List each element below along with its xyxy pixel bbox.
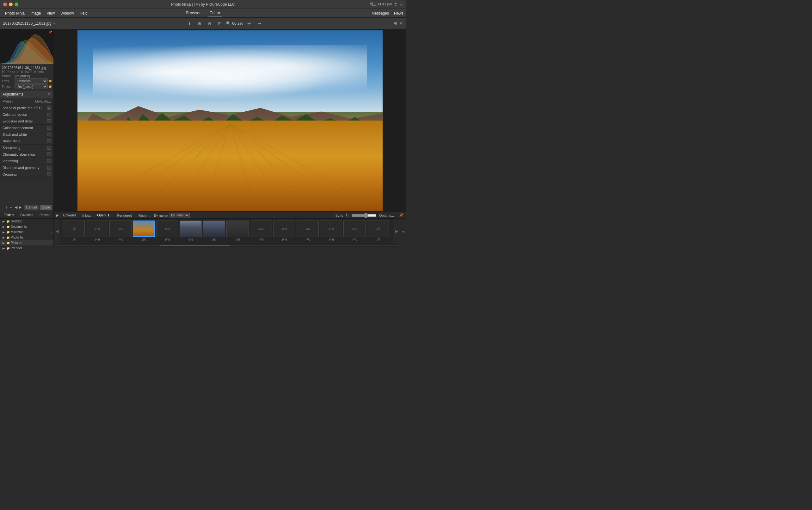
sidebar-tab-folders[interactable]: Folders [0,212,18,218]
film-item-9[interactable]: .png .png [273,221,295,242]
scroll-arrows[interactable]: ▲▼ [395,2,397,7]
adj-exposure-detail[interactable]: Exposure and detail [0,118,54,125]
maximize-button[interactable] [14,3,18,6]
sidebar-item-photoninja[interactable]: ▶ 📁 Photo Ni... [0,235,54,240]
adjustments-gear-icon[interactable]: ⚙ [48,92,51,96]
adj-color-correction-checkbox[interactable] [47,113,51,116]
focus-select[interactable]: 2m (guess) [14,84,48,89]
redo-button[interactable]: ↪ [255,20,263,27]
adj-color-profile[interactable]: Set color profile for JPEG ✓ [0,105,54,111]
sidebar-item-documents[interactable]: ▶ 📁 Documents [0,224,54,229]
messages-link[interactable]: Messages [371,11,389,16]
news-link[interactable]: News [394,11,403,16]
filename-dropdown-icon[interactable]: ▼ [53,22,56,25]
film-item-4[interactable]: .png .png [156,221,178,242]
sidebar-toggle-icon[interactable]: ▶ [56,214,59,217]
adj-cropping[interactable]: Cropping [0,171,54,178]
info-button[interactable]: ℹ [186,20,193,27]
fs-tab-inbox[interactable]: Inbox [80,213,93,218]
menu-icon[interactable]: ☰ [400,2,403,6]
zoom-slider[interactable] [351,213,377,218]
film-item-2[interactable]: .png .png [110,221,131,242]
menu-item-photoninja[interactable]: Photo Ninja [3,10,27,16]
filmstrip-prev-button[interactable]: ◀ [54,219,60,244]
film-item-8[interactable]: .png .png [250,221,272,242]
adj-sharpening-checkbox[interactable] [47,146,51,150]
film-item-6[interactable]: .jpg [203,221,225,242]
adj-black-white-checkbox[interactable] [47,133,51,136]
adj-noise-ninja-checkbox[interactable] [47,139,51,143]
scroll-handle-icon[interactable]: ≡ [51,231,52,234]
defaults-button[interactable]: Defaults... [35,100,51,103]
film-item-10[interactable]: .png .png [297,221,319,242]
menu-item-view[interactable]: View [44,10,57,16]
fs-tab-open[interactable]: Open [1] [95,213,112,218]
zoom-in-button[interactable]: ⊕ [196,20,203,27]
menu-right: Messages News [371,11,403,16]
preset-button[interactable]: Preset... [3,100,16,103]
left-right-button[interactable]: ↔ [9,204,13,211]
scrollbar-thumb[interactable] [160,245,230,246]
sort-select[interactable]: By name By date [169,213,190,218]
undo-button[interactable]: ↩ [245,20,253,27]
menu-item-help[interactable]: Help [77,10,90,16]
done-button[interactable]: Done [40,205,52,210]
sidebar-item-desktop[interactable]: ▶ 📁 Desktop [0,219,54,224]
fs-tab-browser[interactable]: Browser [61,213,78,218]
filmstrip-next-button[interactable]: ▶ [393,219,400,244]
film-item-12[interactable]: .png .png [343,221,365,242]
adjustments-header[interactable]: Adjustments ⚙ [0,91,54,98]
tab-editor[interactable]: Editor [208,10,222,17]
close-button[interactable] [3,3,7,6]
sidebar-item-pictures[interactable]: ▶ 📁 Pictures [0,240,54,246]
adj-distortion-checkbox[interactable] [47,166,51,170]
adj-color-enhancement[interactable]: Color enhancement [0,125,54,131]
adj-noise-ninja[interactable]: Noise Ninja [0,138,54,145]
film-item-1[interactable]: .png .png [86,221,108,242]
filmstrip-pin-icon[interactable]: 📌 [399,213,403,217]
sidebar-item-preboot[interactable]: ▶ 📁 Preboot [0,246,54,251]
tab-browser[interactable]: Browser [184,10,202,17]
fs-tab-recent[interactable]: Recent [137,213,151,218]
adj-distortion[interactable]: Distortion and geometry [0,165,54,171]
double-down-button[interactable]: ⇓ [5,204,8,211]
sync-icon[interactable]: ↻ [345,213,349,218]
adj-exposure-checkbox[interactable] [47,119,51,123]
cancel-button[interactable]: Cancel [24,205,38,210]
minimize-button[interactable] [9,3,13,6]
adj-vignetting[interactable]: Vignetting [0,158,54,165]
adj-black-white[interactable]: Black and white [0,131,54,138]
adj-color-enhancement-checkbox[interactable] [47,126,51,130]
adj-color-correction[interactable]: Color correction [0,111,54,118]
options-button[interactable]: Options... [379,214,394,217]
adj-chromatic-checkbox[interactable] [47,152,51,156]
adj-chromatic[interactable]: Chromatic aberration [0,151,54,158]
film-item-3-selected[interactable]: .jpg [133,221,155,242]
grid-view-button[interactable]: ⊞ [393,21,397,26]
adj-vignetting-checkbox[interactable] [47,159,51,163]
fs-tab-rendered[interactable]: Rendered [115,213,134,218]
close-view-button[interactable]: ✕ [399,21,403,26]
adj-cropping-checkbox[interactable] [47,172,51,176]
filmstrip-right-pin[interactable]: ◀ [400,219,406,244]
lens-select[interactable]: Unknown [14,79,48,84]
sidebar-item-macintos[interactable]: ▶ 📁 Macintos... ≡ [0,229,54,235]
adj-vignetting-label: Vignetting [3,159,18,163]
menu-item-window[interactable]: Window [58,10,77,16]
film-item-13[interactable]: .gif .gif [367,221,389,242]
down-arrow-button[interactable]: ↓ [2,204,4,211]
film-item-11[interactable]: .png .png [320,221,342,242]
sidebar-tab-favorites[interactable]: Favorites [18,212,35,218]
sidebar-tab-recent[interactable]: Recent [36,212,54,218]
menu-item-image[interactable]: Image [28,10,43,16]
pin-icon[interactable]: 📌 [49,30,52,34]
film-item-5[interactable]: .jpg [180,221,202,242]
film-item-0[interactable]: .gif .gif [63,221,85,242]
film-item-7[interactable]: .jpg [227,221,248,242]
adj-color-profile-checkbox[interactable]: ✓ [47,106,51,110]
next-button[interactable]: ▶ [19,204,22,211]
adj-sharpening[interactable]: Sharpening [0,145,54,151]
zoom-out-button[interactable]: ⊖ [206,20,213,27]
fit-button[interactable]: ⊡ [216,20,223,27]
prev-button[interactable]: ◀ [14,204,18,211]
